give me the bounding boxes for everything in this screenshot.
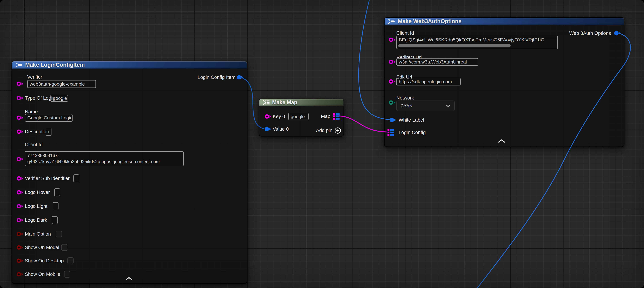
- pin-name[interactable]: [17, 116, 21, 120]
- pin-main-option[interactable]: [17, 232, 21, 236]
- client-id-label: Client Id: [25, 142, 42, 147]
- logo-hover-field[interactable]: [54, 188, 60, 196]
- network-value: CYAN: [400, 103, 412, 108]
- redirect-url-field[interactable]: w3a://com.w3a.Web3AuthUnreal: [396, 58, 478, 66]
- pin-type-of-login[interactable]: [17, 96, 21, 100]
- show-on-desktop-checkbox[interactable]: [68, 257, 74, 264]
- pin-logo-light[interactable]: [17, 204, 21, 208]
- node-header-make-loginconfigitem[interactable]: Make LoginConfigItem: [12, 61, 247, 69]
- verifier-sub-identifier-label: Verifier Sub Identifier: [25, 176, 70, 181]
- client-id-value: BEglQSgt4cUWcj6SKRdu5QkOXTsePmMcusG5EAoy…: [399, 37, 544, 43]
- client-id-label: Client Id: [396, 30, 414, 36]
- show-on-modal-checkbox[interactable]: [61, 244, 68, 251]
- main-option-label: Main Option: [25, 231, 51, 237]
- show-on-modal-label: Show On Modal: [25, 245, 59, 250]
- network-label: Network: [396, 95, 414, 101]
- client-id-field[interactable]: 774338308167- q463s7kpvja16l4l0kko3nb925…: [25, 151, 184, 166]
- main-option-checkbox[interactable]: [56, 231, 62, 237]
- output-label-web3auth-options: Web 3Auth Options: [569, 31, 611, 36]
- name-label: Name: [25, 109, 38, 114]
- make-struct-icon: [15, 62, 23, 68]
- pin-logo-dark[interactable]: [17, 218, 21, 222]
- pin-output-web3auth-options[interactable]: [614, 31, 618, 36]
- node-header-make-map[interactable]: Make Map: [259, 99, 344, 106]
- name-field[interactable]: Google Custom Login: [25, 114, 72, 122]
- pin-description[interactable]: [17, 130, 21, 134]
- add-pin-label: Add pin: [316, 128, 332, 133]
- pin-client-id[interactable]: [389, 38, 393, 42]
- pin-login-config[interactable]: [388, 129, 394, 136]
- node-make-loginconfigitem[interactable]: Make LoginConfigItem Login Config Item V…: [12, 61, 247, 284]
- pin-client-id[interactable]: [17, 157, 21, 161]
- make-struct-icon: [388, 18, 396, 25]
- sdk-url-field[interactable]: https://sdk.openlogin.com: [396, 78, 461, 86]
- white-label-label: White Label: [398, 117, 424, 123]
- make-map-icon: [262, 99, 270, 106]
- key-0-field[interactable]: google: [288, 113, 309, 120]
- node-title: Make LoginConfigItem: [25, 62, 85, 68]
- pin-white-label[interactable]: [390, 118, 394, 122]
- wire-map-to-loginconfig[interactable]: [339, 116, 387, 132]
- type-of-login-field[interactable]: google: [50, 95, 68, 102]
- verifier-sub-identifier-field[interactable]: [74, 174, 79, 182]
- show-on-mobile-checkbox[interactable]: [64, 271, 70, 277]
- value-0-label: Value 0: [273, 126, 289, 132]
- pin-value-0[interactable]: [265, 127, 269, 131]
- collapse-chevron-icon[interactable]: [125, 277, 133, 280]
- logo-light-label: Logo Light: [25, 203, 48, 209]
- client-id-line2: q463s7kpvja16l4l0kko3nb925ikds2p.apps.go…: [27, 159, 160, 165]
- key-0-label: Key 0: [273, 114, 285, 119]
- logo-light-field[interactable]: [53, 202, 58, 210]
- pin-network[interactable]: [389, 100, 393, 105]
- pin-show-on-mobile[interactable]: [17, 272, 21, 276]
- pin-show-on-modal[interactable]: [17, 245, 21, 250]
- description-field[interactable]: [46, 128, 52, 136]
- verifier-field[interactable]: web3auth-google-example: [27, 80, 96, 88]
- description-label: Description: [25, 129, 49, 134]
- node-header-make-web3authoptions[interactable]: Make Web3AuthOptions: [384, 18, 624, 25]
- node-title: Make Web3AuthOptions: [398, 18, 462, 25]
- client-id-field[interactable]: BEglQSgt4cUWcj6SKRdu5QkOXTsePmMcusG5EAoy…: [396, 36, 558, 49]
- logo-hover-label: Logo Hover: [25, 189, 50, 195]
- pin-show-on-desktop[interactable]: [17, 258, 21, 263]
- pin-logo-hover[interactable]: [17, 190, 21, 194]
- logo-dark-label: Logo Dark: [25, 217, 47, 223]
- pin-sdk-url[interactable]: [389, 79, 393, 84]
- pin-redirect-url[interactable]: [389, 60, 393, 64]
- logo-dark-field[interactable]: [52, 216, 58, 224]
- pin-verifier-sub-identifier[interactable]: [17, 176, 21, 181]
- node-make-web3authoptions[interactable]: Make Web3AuthOptions Web 3Auth Options C…: [384, 17, 624, 147]
- pin-verifier[interactable]: [17, 82, 21, 86]
- pin-key-0[interactable]: [265, 114, 269, 119]
- collapse-chevron-icon[interactable]: [498, 139, 505, 143]
- add-pin-icon[interactable]: [334, 127, 341, 134]
- network-dropdown[interactable]: CYAN: [396, 101, 455, 111]
- client-id-line1: 774338308167-: [27, 152, 59, 159]
- verifier-label: Verifier: [27, 74, 42, 80]
- pin-output-map[interactable]: [333, 113, 340, 120]
- chevron-down-icon: [446, 104, 450, 107]
- node-title: Make Map: [272, 99, 297, 106]
- pin-output-login-config-item[interactable]: [237, 75, 241, 80]
- output-label-login-config-item: Login Config Item: [198, 75, 236, 80]
- login-config-label: Login Config: [398, 130, 426, 135]
- show-on-desktop-label: Show On Desktop: [25, 258, 64, 263]
- node-make-map[interactable]: Make Map Key 0 google Map Value 0 Add pi…: [259, 99, 344, 137]
- show-on-mobile-label: Show On Mobile: [25, 271, 60, 277]
- map-output-label: Map: [321, 114, 330, 119]
- client-id-scrollbar[interactable]: [398, 44, 511, 47]
